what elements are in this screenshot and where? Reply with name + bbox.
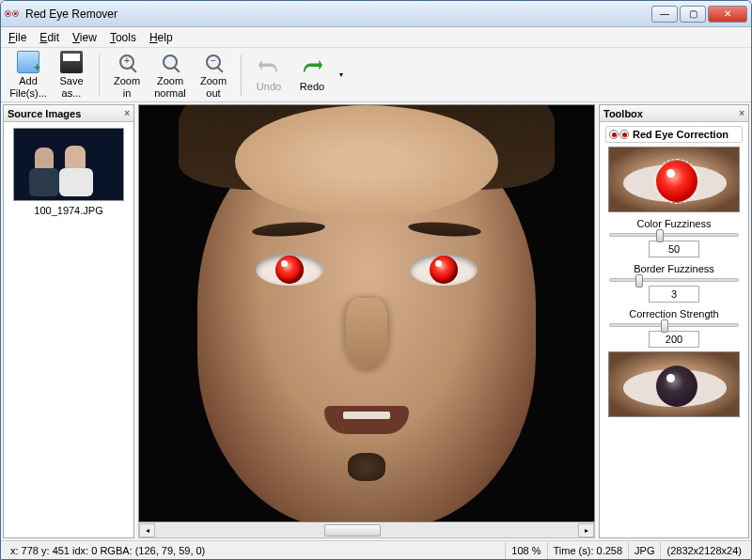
color-fuzziness-group: Color Fuzziness 50 <box>605 218 743 257</box>
toolbox-panel: Toolbox × Red Eye Correction Color Fuzzi… <box>599 104 749 538</box>
canvas-area: ◂ ▸ <box>138 104 595 538</box>
toolbox-title: Toolbox <box>603 108 643 119</box>
maximize-button[interactable]: ▢ <box>680 6 706 23</box>
cursor-info: x: 778 y: 451 idx: 0 RGBA: (126, 79, 59,… <box>5 542 211 559</box>
zoom-normal-button[interactable]: Zoom normal <box>149 50 192 101</box>
scroll-left-arrow[interactable]: ◂ <box>139 523 155 537</box>
image-canvas[interactable] <box>138 104 595 522</box>
scroll-right-arrow[interactable]: ▸ <box>578 523 594 537</box>
redo-icon <box>301 56 323 79</box>
minimize-button[interactable]: — <box>651 6 678 23</box>
source-thumbnail[interactable] <box>13 128 124 201</box>
undo-button[interactable]: Undo <box>247 50 290 101</box>
toolbar-separator <box>241 54 242 96</box>
redo-button[interactable]: Redo <box>290 50 334 101</box>
toolbar: Add File(s)... Save as... Zoom in Zoom n… <box>1 48 751 102</box>
app-icon <box>5 7 20 22</box>
source-images-header[interactable]: Source Images × <box>4 105 133 122</box>
source-images-title: Source Images <box>8 108 81 119</box>
horizontal-scrollbar[interactable]: ◂ ▸ <box>138 522 595 538</box>
processing-time: Time (s): 0.258 <box>547 542 629 559</box>
menubar: File Edit View Tools Help <box>1 27 751 48</box>
zoom-out-button[interactable]: Zoom out <box>192 50 235 101</box>
after-preview[interactable] <box>608 351 740 417</box>
menu-edit[interactable]: Edit <box>39 31 59 44</box>
save-as-button[interactable]: Save as... <box>50 50 93 101</box>
titlebar[interactable]: Red Eye Remover — ▢ ✕ <box>1 1 751 27</box>
thumbnail-label: 100_1974.JPG <box>9 205 128 216</box>
close-button[interactable]: ✕ <box>708 6 747 23</box>
add-files-button[interactable]: Add File(s)... <box>7 50 50 101</box>
zoom-normal-icon <box>163 54 178 70</box>
close-panel-icon[interactable]: × <box>739 108 744 118</box>
scroll-thumb[interactable] <box>324 524 381 537</box>
red-eye-icon <box>609 130 629 139</box>
menu-file[interactable]: File <box>8 31 26 44</box>
border-fuzziness-input[interactable]: 3 <box>649 286 699 303</box>
menu-help[interactable]: Help <box>149 31 173 44</box>
color-fuzziness-label: Color Fuzziness <box>605 218 743 229</box>
zoom-in-button[interactable]: Zoom in <box>105 50 149 101</box>
content-area: Source Images × 100_1974.JPG <box>1 102 751 540</box>
border-fuzziness-group: Border Fuzziness 3 <box>605 263 743 303</box>
menu-tools[interactable]: Tools <box>110 31 136 44</box>
tool-name-label: Red Eye Correction <box>633 129 728 140</box>
app-window: Red Eye Remover — ▢ ✕ File Edit View Too… <box>0 0 752 560</box>
toolbox-header[interactable]: Toolbox × <box>600 105 748 122</box>
menu-view[interactable]: View <box>72 31 97 44</box>
zoom-out-icon <box>206 54 221 70</box>
source-images-panel: Source Images × 100_1974.JPG <box>3 104 134 538</box>
zoom-in-icon <box>119 54 134 70</box>
add-icon <box>17 51 39 73</box>
toolbar-overflow[interactable]: ▾ <box>339 70 343 79</box>
correction-strength-input[interactable]: 200 <box>649 331 699 348</box>
border-fuzziness-slider[interactable] <box>609 278 739 282</box>
toolbar-separator <box>99 54 100 96</box>
before-preview[interactable] <box>608 147 740 212</box>
undo-icon <box>258 56 280 79</box>
image-dimensions: (2832x2128x24) <box>660 542 747 559</box>
zoom-level: 108 % <box>505 542 546 559</box>
color-fuzziness-slider[interactable] <box>609 233 739 237</box>
close-panel-icon[interactable]: × <box>124 108 130 118</box>
correction-strength-slider[interactable] <box>609 323 739 327</box>
color-fuzziness-input[interactable]: 50 <box>649 241 699 257</box>
file-format: JPG <box>628 542 660 559</box>
correction-strength-label: Correction Strength <box>605 308 743 319</box>
tool-selector[interactable]: Red Eye Correction <box>605 126 743 143</box>
save-icon <box>60 51 83 73</box>
window-title: Red Eye Remover <box>25 8 650 21</box>
border-fuzziness-label: Border Fuzziness <box>605 263 743 274</box>
statusbar: x: 778 y: 451 idx: 0 RGBA: (126, 79, 59,… <box>1 540 751 559</box>
correction-strength-group: Correction Strength 200 <box>605 308 743 348</box>
